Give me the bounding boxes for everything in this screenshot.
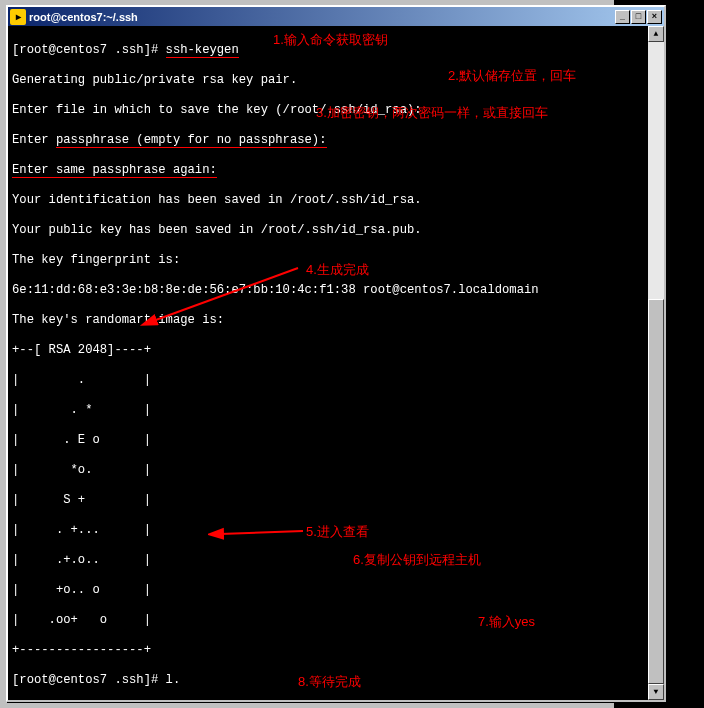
output-line: Generating public/private rsa key pair. (12, 73, 660, 88)
titlebar[interactable]: ▸ root@centos7:~/.ssh _ □ × (8, 7, 664, 26)
terminal-window: ▸ root@centos7:~/.ssh _ □ × [root@centos… (6, 5, 666, 702)
app-icon: ▸ (10, 9, 26, 25)
output-line: The key fingerprint is: (12, 253, 660, 268)
close-button[interactable]: × (647, 10, 662, 24)
output-passphrase: passphrase (empty for no passphrase): (56, 133, 327, 148)
output-passphrase2: Enter same passphrase again: (12, 163, 217, 178)
window-buttons: _ □ × (615, 10, 662, 24)
scrollbar[interactable]: ▲ ▼ (648, 26, 664, 700)
output-line: 6e:11:dd:68:e3:3e:b8:8e:de:56:e7:bb:10:4… (12, 283, 660, 298)
randomart: +--[ RSA 2048]----+ (12, 343, 660, 358)
randomart: | .oo+ o | (12, 613, 660, 628)
randomart: +-----------------+ (12, 643, 660, 658)
terminal-content[interactable]: [root@centos7 .ssh]# ssh-keygen Generati… (8, 26, 664, 700)
output-text: Enter (12, 133, 56, 147)
scroll-up-button[interactable]: ▲ (648, 26, 664, 42)
output-line: Your public key has been saved in /root/… (12, 223, 660, 238)
output-line: The key's randomart image is: (12, 313, 660, 328)
scroll-thumb[interactable] (648, 299, 664, 684)
maximize-button[interactable]: □ (631, 10, 646, 24)
randomart: | . | (12, 373, 660, 388)
scroll-track[interactable] (648, 42, 664, 684)
randomart: | . * | (12, 403, 660, 418)
randomart: | S + | (12, 493, 660, 508)
randomart: | . E o | (12, 433, 660, 448)
scroll-down-button[interactable]: ▼ (648, 684, 664, 700)
window-title: root@centos7:~/.ssh (29, 11, 615, 23)
minimize-button[interactable]: _ (615, 10, 630, 24)
randomart: | . +... | (12, 523, 660, 538)
output-line: Enter file in which to save the key (/ro… (12, 103, 660, 118)
prompt-line: [root@centos7 .ssh]# l. (12, 673, 660, 688)
randomart: | +o.. o | (12, 583, 660, 598)
randomart: | *o. | (12, 463, 660, 478)
command-ssh-keygen: ssh-keygen (166, 43, 239, 58)
output-line: Your identification has been saved in /r… (12, 193, 660, 208)
randomart: | .+.o.. | (12, 553, 660, 568)
prompt: [root@centos7 .ssh]# (12, 43, 166, 57)
